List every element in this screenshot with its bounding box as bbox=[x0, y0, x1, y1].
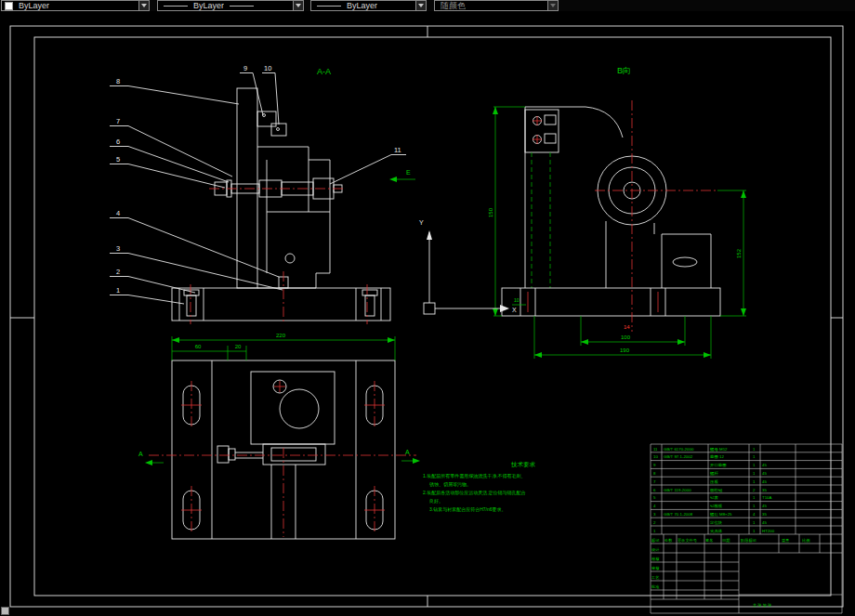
bom-qty: 1 bbox=[753, 463, 756, 467]
lineweight-combo-dropdown-arrow[interactable] bbox=[415, 1, 426, 10]
bom-mat: 35 bbox=[762, 512, 767, 517]
tb-mark: 标记 bbox=[651, 538, 660, 544]
tech-line: 锈蚀、切屑等污物。 bbox=[429, 481, 471, 488]
color-combo[interactable]: ByLayer bbox=[1, 0, 150, 11]
linetype-sample-icon bbox=[164, 6, 188, 7]
lineweight-sample-icon bbox=[317, 6, 341, 7]
title-block: 标记 处数 更改文件号 签名 日期 设计 校核 审核 工艺 批准 阶段标记 重量… bbox=[651, 534, 842, 613]
bom-code: GB/T 119-2000 bbox=[664, 488, 691, 492]
bom-qty: 1 bbox=[753, 447, 756, 452]
plotstyle-combo-dropdown-arrow bbox=[547, 1, 558, 10]
dim-152: 152 bbox=[736, 248, 742, 258]
section-mark-a-left: A bbox=[138, 451, 143, 457]
bom-name: 定位块 bbox=[710, 520, 723, 525]
tb-stage: 阶段标记 bbox=[741, 538, 757, 544]
dim-20: 20 bbox=[235, 344, 242, 349]
tech-requirements: 技术要求 1.装配前所有零件需用煤油清洗干净,不得有毛刺、 锈蚀、切屑等污物。 … bbox=[423, 461, 536, 513]
drawing-canvas[interactable]: A-A bbox=[0, 11, 855, 616]
object-properties-toolbar: ByLayer ByLayer ByLayer 随颜色 bbox=[0, 0, 855, 11]
chevron-down-icon bbox=[141, 4, 147, 7]
bom-mat: 45 bbox=[762, 504, 767, 508]
tech-title: 技术要求 bbox=[510, 461, 536, 468]
bom-mat: HT200 bbox=[762, 529, 775, 533]
linetype-sample-icon bbox=[230, 6, 254, 7]
lineweight-combo[interactable]: ByLayer bbox=[310, 0, 427, 11]
callout-5: 5 bbox=[116, 155, 120, 164]
dim-190: 190 bbox=[620, 347, 630, 353]
bom-seq: 6 bbox=[653, 488, 656, 492]
lineweight-combo-value: ByLayer bbox=[347, 1, 377, 10]
chevron-down-icon bbox=[550, 4, 556, 7]
dim-60: 60 bbox=[195, 344, 202, 349]
model-space-canvas[interactable]: A-A bbox=[0, 11, 855, 616]
bom-seq: 1 bbox=[653, 529, 656, 533]
status-icon[interactable] bbox=[1, 607, 9, 615]
tb-weight: 重量 bbox=[782, 538, 789, 543]
callout-4: 4 bbox=[116, 209, 120, 217]
dim-100: 100 bbox=[621, 334, 631, 340]
view-e-label: E bbox=[406, 169, 411, 176]
tb-count: 处数 bbox=[664, 538, 673, 543]
bom-name: 螺杆 bbox=[710, 471, 718, 476]
bom-mat: 35 bbox=[762, 488, 767, 492]
bom-mat: 45 bbox=[762, 479, 767, 484]
callout-6: 6 bbox=[116, 138, 120, 146]
bom-qty: 1 bbox=[753, 529, 756, 533]
bom-name: 垫圈 12 bbox=[710, 454, 724, 459]
current-color-swatch bbox=[5, 2, 13, 10]
tb-process: 工艺 bbox=[651, 575, 660, 580]
bom-name: 螺钉 M8×25 bbox=[710, 512, 732, 517]
section-label: A-A bbox=[317, 67, 331, 76]
callout-11: 11 bbox=[394, 146, 401, 154]
callout-7: 7 bbox=[116, 117, 120, 125]
bom-name: 开口垫圈 bbox=[710, 463, 727, 467]
bom-seq: 11 bbox=[653, 447, 658, 452]
plotstyle-combo[interactable]: 随颜色 bbox=[434, 0, 559, 11]
plotstyle-combo-value: 随颜色 bbox=[441, 0, 466, 12]
chevron-down-icon bbox=[418, 4, 424, 7]
bom-name: 钻套 bbox=[710, 495, 718, 500]
bom-name: 圆柱销 bbox=[710, 488, 723, 492]
chevron-down-icon bbox=[296, 4, 301, 7]
bom-qty: 1 bbox=[753, 520, 756, 525]
linetype-combo-value: ByLayer bbox=[193, 1, 224, 10]
tech-line: 3.钻套与衬套配合应符合H7/n6要求。 bbox=[429, 506, 506, 513]
bom-table: 11GB/T 6170-2000螺母 M121 10GB/T 97.1-2002… bbox=[651, 444, 842, 534]
callout-2: 2 bbox=[116, 268, 120, 276]
callout-9: 9 bbox=[243, 64, 247, 72]
bom-mat: 45 bbox=[762, 520, 767, 525]
section-mark-a-right: A bbox=[405, 449, 410, 455]
linetype-combo-dropdown-arrow[interactable] bbox=[293, 1, 303, 10]
bom-qty: 1 bbox=[753, 504, 756, 508]
tech-line: 2.装配后各活动部位应运动灵活,定位销与销孔配合 bbox=[423, 490, 526, 496]
ucs-x-label: X bbox=[512, 307, 517, 313]
bom-qty: 1 bbox=[753, 471, 756, 476]
bom-qty: 4 bbox=[753, 512, 756, 517]
tb-design: 设计 bbox=[651, 547, 660, 552]
dim-220: 220 bbox=[276, 333, 286, 338]
bom-code: GB/T 70.1-2008 bbox=[664, 512, 693, 517]
bom-seq: 9 bbox=[653, 463, 656, 467]
color-combo-value: ByLayer bbox=[19, 1, 49, 10]
tb-sign: 签名 bbox=[705, 538, 713, 543]
tb-sheets: 共 张 第 张 bbox=[753, 603, 772, 608]
bom-seq: 7 bbox=[653, 479, 656, 484]
bom-seq: 2 bbox=[653, 520, 656, 525]
view-b-label: B向 bbox=[617, 66, 631, 75]
callout-10: 10 bbox=[264, 64, 271, 72]
tb-approve: 批准 bbox=[651, 584, 660, 589]
bom-name: 螺母 M12 bbox=[710, 447, 728, 452]
red-dim-14: 14 bbox=[624, 324, 630, 330]
bom-mat: 45 bbox=[762, 471, 767, 476]
bom-code: GB/T 6170-2000 bbox=[664, 447, 694, 452]
ucs-y-label: Y bbox=[419, 219, 424, 226]
section-view-aa: A-A bbox=[172, 67, 415, 324]
view-b: B向 14 bbox=[488, 66, 746, 359]
callout-1: 1 bbox=[116, 286, 120, 295]
cad-application-window: ByLayer ByLayer ByLayer 随颜色 bbox=[0, 0, 855, 616]
dim-10: 10 bbox=[514, 297, 520, 303]
color-combo-dropdown-arrow[interactable] bbox=[138, 1, 149, 10]
callout-8: 8 bbox=[116, 77, 120, 85]
tb-review: 审核 bbox=[651, 566, 660, 570]
linetype-combo[interactable]: ByLayer bbox=[157, 0, 304, 11]
